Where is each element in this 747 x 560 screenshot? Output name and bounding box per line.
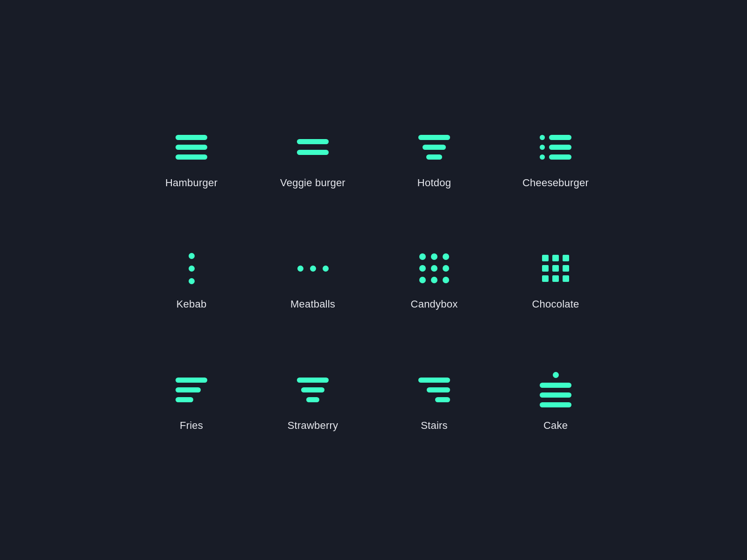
item-meatballs: Meatballs: [266, 229, 359, 331]
icon-grid: Hamburger Veggie burger Hotdog: [145, 107, 602, 453]
fries-label: Fries: [180, 420, 203, 432]
item-candybox: Candybox: [388, 229, 481, 331]
hotdog-icon: [416, 128, 453, 166]
candybox-label: Candybox: [411, 298, 458, 310]
cake-label: Cake: [543, 420, 568, 432]
hotdog-label: Hotdog: [417, 177, 451, 189]
cake-icon: [537, 371, 574, 408]
meatballs-icon: [294, 250, 331, 287]
item-hamburger: Hamburger: [145, 107, 238, 210]
candybox-icon: [416, 250, 453, 287]
item-cheeseburger: Cheeseburger: [509, 107, 602, 210]
item-kebab: Kebab: [145, 229, 238, 331]
chocolate-icon: [537, 250, 574, 287]
hamburger-label: Hamburger: [165, 177, 218, 189]
strawberry-label: Strawberry: [288, 420, 338, 432]
item-stairs: Stairs: [388, 350, 481, 453]
item-hotdog: Hotdog: [388, 107, 481, 210]
stairs-icon: [416, 371, 453, 408]
item-fries: Fries: [145, 350, 238, 453]
cheeseburger-icon: [537, 128, 574, 166]
item-chocolate: Chocolate: [509, 229, 602, 331]
item-cake: Cake: [509, 350, 602, 453]
fries-icon: [173, 371, 210, 408]
hamburger-icon: [173, 128, 210, 166]
chocolate-label: Chocolate: [532, 298, 579, 310]
stairs-label: Stairs: [421, 420, 448, 432]
strawberry-icon: [294, 371, 331, 408]
veggie-burger-icon: [294, 128, 331, 166]
item-strawberry: Strawberry: [266, 350, 359, 453]
item-veggie-burger: Veggie burger: [266, 107, 359, 210]
cheeseburger-label: Cheeseburger: [522, 177, 589, 189]
veggie-burger-label: Veggie burger: [280, 177, 345, 189]
meatballs-label: Meatballs: [290, 298, 335, 310]
kebab-icon: [173, 250, 210, 287]
kebab-label: Kebab: [176, 298, 207, 310]
